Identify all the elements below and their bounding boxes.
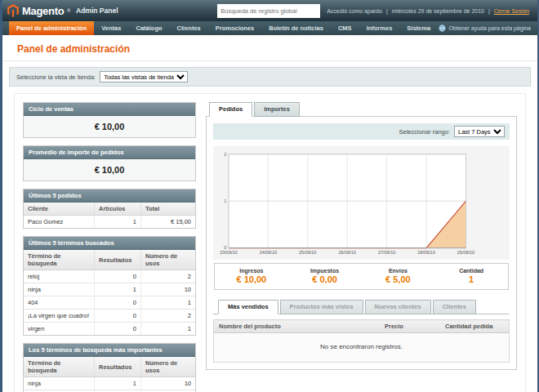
table-row: Paco Gomez1€ 15,00 (24, 216, 195, 229)
svg-text:26/09/10: 26/09/10 (339, 250, 356, 255)
table-cell: 1 (95, 283, 141, 296)
table-cell: 0 (95, 323, 141, 336)
user-info: Accedió como apardo | miércoles 29 de se… (327, 8, 529, 14)
column-header: Resultados (95, 250, 141, 270)
svg-text:27/09/10: 27/09/10 (378, 250, 395, 255)
tab-importes[interactable]: Importes (254, 102, 300, 117)
magento-logo-icon (7, 4, 19, 17)
nav-item-promociones[interactable]: Promociones (208, 21, 262, 35)
lifetime-sales-value: € 10,00 (24, 116, 195, 137)
table-cell: ninja (24, 283, 95, 296)
grid-tabs: Más vendidosProductos más vistosNuevos c… (213, 300, 510, 314)
logged-in-text: Accedió como apardo (327, 8, 382, 14)
store-view-select[interactable]: Todas las vistas de tienda (100, 71, 188, 82)
stat-value: € 0,00 (288, 274, 362, 284)
logout-link[interactable]: Cerrar Sesión (494, 8, 529, 14)
separator: | (386, 8, 388, 14)
orders-chart: 01223/09/1024/09/1025/09/1026/09/1027/09… (213, 146, 510, 260)
stat-env-os: Envíos€ 5,00 (362, 268, 435, 284)
column-header: Total (141, 203, 196, 216)
dashboard-main-panel: PedidosImportes Seleccionar rango: Last … (206, 102, 517, 392)
nav-item-clientes[interactable]: Clientes (170, 21, 208, 35)
table-row: ninja110 (24, 283, 195, 296)
tab-pedidos[interactable]: Pedidos (209, 102, 252, 117)
logo-title: Magento (22, 5, 64, 17)
table-cell: 10 (141, 377, 196, 390)
nav-item-panel-de-administraci-n[interactable]: Panel de administración (9, 21, 94, 35)
svg-text:24/09/10: 24/09/10 (260, 250, 277, 255)
nav-item-bolet-n-de-noticias[interactable]: Boletín de noticias (261, 21, 331, 35)
table-cell: 1 (141, 323, 196, 336)
last-search-terms-box: Últimos 5 términos buscados Término de b… (23, 236, 196, 336)
top-header: Magento ® Admin Panel Accedió como apard… (2, 0, 537, 21)
column-header: Precio (380, 320, 440, 333)
table-cell: reloj (24, 270, 95, 283)
column-header: Cliente (24, 203, 95, 216)
stat-value: € 5,00 (362, 274, 435, 284)
table-cell: ¡La virgen que cuadro! (24, 310, 95, 323)
box-title: Últimos 5 pedidos (24, 189, 195, 203)
totals-row: Ingresos€ 10,00Impuestos€ 0,00Envíos€ 5,… (214, 263, 509, 290)
column-header: Término de búsqueda (24, 250, 95, 270)
range-label: Seleccionar rango: (399, 128, 450, 136)
tab-clientes[interactable]: Clientes (433, 300, 476, 314)
empty-row: No se encontraron registros. (214, 333, 510, 363)
table-row: reloj02 (24, 270, 195, 283)
last-search-terms-table: Término de búsquedaResultadosNúmero de u… (24, 250, 195, 335)
table-cell: 2 (141, 310, 196, 323)
current-date: miércoles 29 de septiembre de 2010 (392, 8, 484, 14)
last-orders-box: Últimos 5 pedidos ClienteArtículosTotalP… (23, 189, 196, 229)
table-cell: 1 (95, 216, 141, 229)
empty-message: No se encontraron registros. (214, 333, 510, 363)
stat-label: Cantidad (434, 268, 508, 274)
nav-item-cms[interactable]: CMS (331, 21, 359, 35)
help-label: Obtener ayuda para esta página (449, 25, 531, 31)
average-orders-box: Promedio de importe de pedidos € 10,00 (23, 145, 196, 181)
box-title: Últimos 5 términos buscados (24, 237, 195, 250)
column-header: Resultados (95, 357, 141, 377)
orders-chart-svg: 01223/09/1024/09/1025/09/1026/09/1027/09… (215, 149, 477, 259)
column-header: Número de usos (141, 357, 196, 377)
svg-text:1: 1 (224, 198, 226, 203)
table-cell: Paco Gomez (24, 216, 95, 229)
separator: | (488, 8, 490, 14)
table-cell: virgen (24, 323, 95, 336)
table-cell: 0 (95, 270, 141, 283)
table-header-row: Término de búsquedaResultadosNúmero de u… (24, 250, 195, 270)
page-title: Panel de administración (17, 43, 537, 55)
dashboard-content: Ciclo de ventas € 10,00 Promedio de impo… (14, 93, 526, 392)
tab-m-s-vendidos[interactable]: Más vendidos (218, 300, 278, 314)
svg-text:23/09/10: 23/09/10 (220, 250, 237, 255)
lifetime-sales-box: Ciclo de ventas € 10,00 (23, 102, 196, 138)
stat-label: Ingresos (215, 268, 288, 274)
nav-item-ventas[interactable]: Ventas (94, 21, 128, 35)
dashboard-sidebar: Ciclo de ventas € 10,00 Promedio de impo… (23, 102, 196, 392)
table-row: virgen01 (24, 323, 195, 336)
tab-productos-m-s-vistos[interactable]: Productos más vistos (280, 300, 363, 314)
table-cell: 0 (95, 296, 141, 310)
store-view-label: Seleccione la vista de tienda: (16, 74, 96, 81)
nav-item-informes[interactable]: Informes (359, 21, 400, 35)
top-search-terms-box: Los 5 términos de búsqueda más important… (23, 343, 196, 392)
stat-value: € 10,00 (215, 274, 288, 284)
table-row: 40401 (24, 296, 195, 310)
tab-nuevos-clientes[interactable]: Nuevos clientes (365, 300, 431, 314)
svg-text:28/09/10: 28/09/10 (417, 250, 434, 255)
table-cell: 1 (95, 377, 141, 390)
title-bar: Panel de administración (2, 35, 537, 61)
box-title: Los 5 términos de búsqueda más important… (24, 344, 195, 357)
stat-ingresos: Ingresos€ 10,00 (215, 268, 288, 284)
main-nav: Panel de administraciónVentasCatálogoCli… (2, 21, 537, 35)
stat-impuestos: Impuestos€ 0,00 (288, 268, 362, 284)
nav-item-cat-logo[interactable]: Catálogo (128, 21, 169, 35)
diagram-panel: Seleccionar rango: Last 7 Days 01223/09/… (206, 116, 517, 370)
nav-item-sistema[interactable]: Sistema (399, 21, 438, 35)
stat-label: Envíos (362, 268, 435, 274)
stat-value: 1 (434, 274, 508, 284)
stat-label: Impuestos (288, 268, 362, 274)
table-cell: 404 (24, 296, 95, 310)
help-link[interactable]: Obtener ayuda para esta página (439, 21, 531, 35)
global-search-input[interactable] (217, 4, 320, 18)
range-select[interactable]: Last 7 Days (454, 126, 505, 137)
logo-trademark: ® (67, 8, 70, 13)
